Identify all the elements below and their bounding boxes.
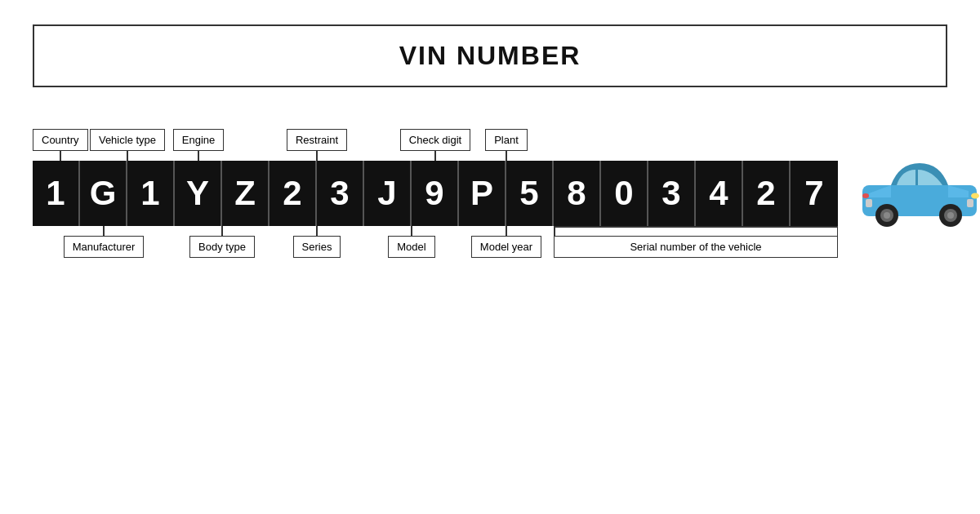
- label-engine: Engine: [173, 129, 224, 151]
- page-title: VIN NUMBER: [34, 41, 946, 71]
- vin-char-10: 5: [506, 161, 554, 226]
- connector-engine: [198, 151, 199, 161]
- svg-point-9: [947, 212, 954, 219]
- top-label-vehicletype: Vehicle type: [80, 129, 175, 161]
- vin-char-15: 2: [743, 161, 791, 226]
- label-model: Model: [388, 236, 434, 258]
- label-serialnumber: Serial number of the vehicle: [554, 236, 838, 258]
- title-box: VIN NUMBER: [33, 24, 947, 87]
- top-label-restraint: Restraint: [270, 129, 364, 161]
- label-plant: Plant: [485, 129, 528, 151]
- connector-checkdigit: [434, 151, 436, 161]
- bottom-label-model: Model: [364, 226, 459, 258]
- bottom-label-bodytype: Body type: [175, 226, 270, 258]
- connector-restraint: [316, 151, 318, 161]
- vin-char-5: 2: [270, 161, 317, 226]
- top-labels-row: Country Vehicle type Engine Restraint Ch…: [33, 112, 838, 161]
- vin-char-12: 0: [601, 161, 648, 226]
- connector-model: [411, 226, 412, 236]
- vin-section: Country Vehicle type Engine Restraint Ch…: [33, 112, 838, 283]
- svg-rect-3: [866, 199, 872, 207]
- car-area: [854, 148, 980, 246]
- connector-vehicletype: [127, 151, 128, 161]
- vin-char-3: Y: [175, 161, 222, 226]
- car-illustration: [854, 148, 980, 230]
- vin-char-14: 4: [696, 161, 743, 226]
- vin-char-4: Z: [222, 161, 270, 226]
- vin-chars: 1 G 1 Y Z 2 3 J 9 P 5 8 0 3 4 2 7: [33, 161, 838, 226]
- label-manufacturer: Manufacturer: [64, 236, 145, 258]
- vin-char-13: 3: [648, 161, 696, 226]
- bottom-label-modelyear: Model year: [459, 226, 554, 258]
- top-label-engine: Engine: [175, 129, 222, 161]
- connector-plant: [506, 151, 507, 161]
- vin-char-8: 9: [412, 161, 459, 226]
- svg-rect-2: [967, 199, 973, 207]
- connector-mfr: [103, 226, 105, 236]
- svg-point-10: [971, 193, 979, 199]
- bottom-labels-row: Manufacturer Body type Series Model Mode…: [33, 226, 838, 283]
- vin-char-7: J: [364, 161, 412, 226]
- connector-bodytype: [221, 226, 223, 236]
- svg-point-6: [884, 212, 890, 219]
- bottom-label-series: Series: [270, 226, 364, 258]
- top-label-checkdigit: Check digit: [412, 129, 459, 161]
- connector-country: [60, 151, 61, 161]
- vin-char-2: 1: [127, 161, 175, 226]
- top-label-plant: Plant: [459, 129, 554, 161]
- vin-char-9: P: [459, 161, 506, 226]
- diagram-area: Country Vehicle type Engine Restraint Ch…: [33, 112, 947, 283]
- label-restraint: Restraint: [287, 129, 347, 151]
- label-modelyear: Model year: [471, 236, 541, 258]
- vin-char-0: 1: [33, 161, 80, 226]
- svg-point-11: [862, 193, 869, 198]
- vin-char-16: 7: [791, 161, 838, 226]
- label-series: Series: [293, 236, 341, 258]
- vin-char-11: 8: [554, 161, 601, 226]
- connector-modelyear: [506, 226, 507, 236]
- label-bodytype: Body type: [189, 236, 255, 258]
- bottom-label-manufacturer: Manufacturer: [33, 226, 175, 258]
- bottom-label-serial: Serial number of the vehicle: [554, 226, 838, 258]
- vin-char-6: 3: [317, 161, 364, 226]
- vin-char-1: G: [80, 161, 127, 226]
- connector-series: [316, 226, 318, 236]
- label-vehicletype: Vehicle type: [90, 129, 165, 151]
